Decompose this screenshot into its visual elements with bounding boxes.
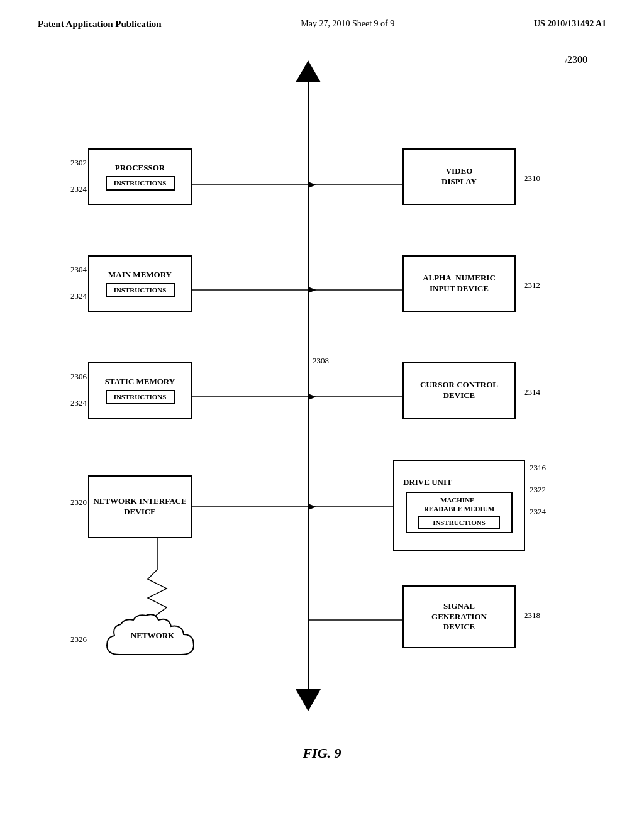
diagram-number: /2300 (565, 54, 587, 65)
static-memory-inner-box: INSTRUCTIONS (106, 390, 175, 404)
main-memory-inner-box: INSTRUCTIONS (106, 283, 175, 297)
bus-label: 2308 (313, 356, 329, 366)
processor-id: 2302 (70, 158, 87, 168)
machine-readable-label: MACHINE–READABLE MEDIUM (424, 495, 494, 514)
main-memory-id: 2304 (70, 265, 87, 275)
signal-gen-id: 2318 (524, 611, 540, 621)
network-cloud-svg (101, 611, 204, 673)
drive-unit-id: 2316 (530, 463, 546, 473)
cursor-control-label: CURSOR CONTROLDEVICE (420, 380, 498, 401)
drive-instructions-id: 2324 (530, 507, 546, 517)
patent-number: US 2010/131492 A1 (534, 19, 606, 29)
signal-gen-box: SIGNALGENERATIONDEVICE (402, 585, 516, 648)
main-memory-label: MAIN MEMORY (108, 270, 172, 280)
page-header: Patent Application Publication May 27, 2… (38, 19, 606, 35)
svg-marker-20 (308, 504, 316, 510)
video-display-label: VIDEODISPLAY (441, 166, 477, 187)
svg-marker-5 (308, 182, 316, 188)
svg-marker-1 (296, 60, 321, 82)
sheet-info: May 27, 2010 Sheet 9 of 9 (301, 19, 394, 29)
signal-gen-label: SIGNALGENERATIONDEVICE (431, 601, 487, 633)
machine-readable-id: 2322 (530, 485, 546, 495)
network-interface-label: NETWORK INTERFACEDEVICE (93, 496, 186, 517)
static-memory-label: STATIC MEMORY (105, 377, 175, 387)
cursor-control-id: 2314 (524, 387, 540, 397)
page: Patent Application Publication May 27, 2… (0, 0, 644, 830)
network-cloud: NETWORK (101, 611, 204, 676)
processor-inner-box: INSTRUCTIONS (106, 176, 175, 190)
fig-caption: FIG. 9 (303, 745, 341, 761)
processor-id-inner: 2324 (70, 184, 87, 194)
processor-label: PROCESSOR (115, 163, 165, 174)
svg-marker-10 (308, 287, 316, 293)
diagram-area: /2300 (38, 48, 606, 765)
cursor-control-box: CURSOR CONTROLDEVICE (402, 362, 516, 419)
processor-box: PROCESSOR INSTRUCTIONS (88, 148, 192, 205)
drive-unit-label: DRIVE UNIT (403, 477, 452, 488)
static-memory-id: 2306 (70, 372, 87, 382)
network-interface-id: 2320 (70, 497, 87, 507)
drive-instructions-label: INSTRUCTIONS (422, 518, 496, 527)
alpha-numeric-label: ALPHA–NUMERICINPUT DEVICE (423, 273, 496, 294)
svg-marker-15 (308, 394, 316, 400)
drive-unit-box: DRIVE UNIT MACHINE–READABLE MEDIUM INSTR… (393, 460, 525, 551)
alpha-numeric-id: 2312 (524, 280, 540, 290)
video-display-box: VIDEODISPLAY (402, 148, 516, 205)
main-memory-box: MAIN MEMORY INSTRUCTIONS (88, 255, 192, 312)
network-label: NETWORK (101, 631, 204, 641)
main-memory-id-inner: 2324 (70, 291, 87, 301)
static-memory-box: STATIC MEMORY INSTRUCTIONS (88, 362, 192, 419)
svg-marker-2 (296, 689, 321, 711)
alpha-numeric-box: ALPHA–NUMERICINPUT DEVICE (402, 255, 516, 312)
video-display-id: 2310 (524, 174, 540, 184)
publication-label: Patent Application Publication (38, 19, 162, 30)
static-memory-id-inner: 2324 (70, 398, 87, 408)
network-interface-box: NETWORK INTERFACEDEVICE (88, 475, 192, 538)
network-id: 2326 (70, 634, 87, 645)
